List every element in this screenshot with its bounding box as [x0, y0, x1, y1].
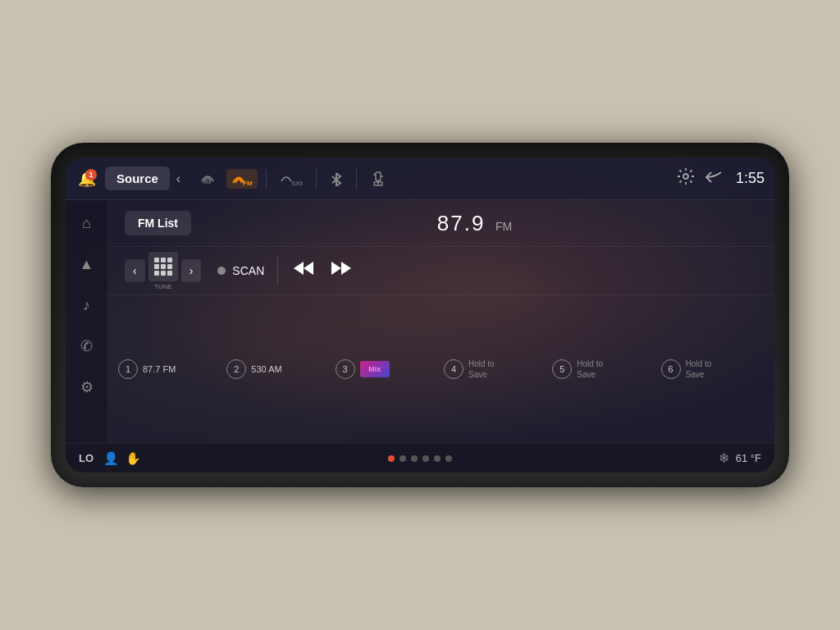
sidebar-icon-settings[interactable]: ⚙	[74, 374, 100, 400]
sidebar-icon-nav[interactable]: ▲	[74, 251, 100, 277]
page-dots	[388, 455, 452, 462]
clock-display: 1:55	[736, 170, 765, 187]
preset-1-label: 87.7 FM	[143, 364, 176, 374]
preset-5-number: 5	[552, 359, 572, 379]
preset-6[interactable]: 6 Hold toSave	[661, 358, 765, 380]
preset-1-number: 1	[118, 359, 138, 379]
controls-row: ‹ TUNE ›	[108, 246, 774, 295]
preset-2-number: 2	[226, 359, 246, 379]
sxm-source-icon[interactable]: SXM	[275, 169, 308, 189]
temperature-value: 61 °F	[736, 452, 761, 464]
preset-4-number: 4	[444, 359, 463, 379]
tune-label: TUNE	[154, 283, 172, 290]
fm-list-button[interactable]: FM List	[125, 211, 191, 235]
tune-grid-button[interactable]	[148, 252, 178, 281]
preset-3[interactable]: 3 Mix	[336, 359, 439, 379]
usb-icon[interactable]	[365, 169, 391, 189]
preset-3-logo: Mix	[360, 361, 390, 377]
vent-icon: ❄	[719, 450, 729, 466]
scan-button[interactable]: SCAN	[232, 264, 264, 277]
preset-5-label: Hold toSave	[577, 358, 603, 380]
rewind-button[interactable]	[291, 260, 316, 281]
preset-6-number: 6	[661, 359, 681, 379]
sidebar-icon-music[interactable]: ♪	[74, 292, 100, 318]
station-info: 87.9 FM	[191, 211, 758, 236]
page-dot-6[interactable]	[445, 455, 452, 462]
main-top-row: FM List 87.9 FM	[108, 200, 774, 246]
tune-next-button[interactable]: ›	[181, 259, 202, 282]
bluetooth-icon[interactable]	[325, 169, 348, 189]
car-display-surround: 🔔 1 Source ‹ AM	[51, 143, 789, 487]
svg-marker-11	[331, 262, 341, 275]
station-band: FM	[495, 220, 512, 233]
page-dot-5[interactable]	[434, 455, 441, 462]
presets-row: 1 87.7 FM 2 530 AM 3 Mix 4	[108, 295, 774, 443]
main-content: FM List 87.9 FM ‹	[108, 200, 774, 443]
playback-controls	[291, 260, 354, 281]
top-bar: 🔔 1 Source ‹ AM	[66, 158, 774, 200]
station-frequency: 87.9	[437, 211, 486, 235]
back-icon[interactable]	[698, 167, 729, 190]
temperature-display: ❄ 61 °F	[719, 450, 761, 466]
sidebar-icon-phone[interactable]: ✆	[74, 333, 100, 359]
preset-2-label: 530 AM	[251, 364, 281, 374]
svg-text:AM: AM	[203, 179, 212, 185]
preset-1[interactable]: 1 87.7 FM	[118, 359, 221, 379]
media-divider-3	[356, 169, 357, 189]
notification-badge: 1	[85, 169, 97, 180]
svg-marker-12	[341, 262, 351, 275]
page-dot-1[interactable]	[388, 455, 395, 462]
status-bar: LO 👤 ✋ ❄ 61 °F	[66, 443, 774, 472]
svg-point-8	[683, 174, 688, 179]
svg-text:FM: FM	[243, 180, 253, 186]
status-icons: 👤 ✋	[103, 451, 141, 466]
person-icon: 👤	[103, 451, 119, 466]
controls-divider	[277, 256, 278, 285]
page-dot-4[interactable]	[422, 455, 429, 462]
sidebar-icon-home[interactable]: ⌂	[74, 210, 100, 236]
source-button[interactable]: Source	[105, 167, 170, 190]
source-chevron-left[interactable]: ‹	[170, 168, 187, 189]
page-dot-2[interactable]	[399, 455, 406, 462]
settings-icon[interactable]	[673, 164, 698, 193]
fast-forward-button[interactable]	[329, 260, 354, 281]
tune-controls: ‹ TUNE ›	[125, 252, 201, 290]
page-dot-3[interactable]	[411, 455, 418, 462]
infotainment-screen: 🔔 1 Source ‹ AM	[66, 158, 774, 472]
media-source-icons: AM FM SXM	[194, 167, 391, 189]
preset-4[interactable]: 4 Hold toSave	[444, 358, 547, 380]
grid-icon	[154, 258, 172, 276]
sidebar: ⌂ ▲ ♪ ✆ ⚙	[66, 200, 108, 443]
svg-marker-9	[294, 262, 304, 275]
lo-status: LO	[79, 452, 94, 464]
media-divider-1	[266, 169, 267, 189]
preset-3-number: 3	[336, 359, 355, 379]
preset-4-label: Hold toSave	[468, 358, 495, 380]
am-source-icon[interactable]: AM	[194, 167, 221, 189]
svg-rect-3	[376, 172, 381, 180]
hand-icon: ✋	[126, 451, 141, 466]
notification-bell[interactable]: 🔔 1	[75, 167, 98, 190]
scan-dot	[217, 267, 226, 275]
preset-6-label: Hold toSave	[686, 358, 712, 380]
preset-5[interactable]: 5 Hold toSave	[552, 358, 655, 380]
svg-marker-10	[304, 262, 313, 275]
tune-prev-button[interactable]: ‹	[125, 259, 145, 282]
content-area: ⌂ ▲ ♪ ✆ ⚙ FM List 87.9 FM	[66, 200, 774, 443]
fm-source-icon[interactable]: FM	[226, 169, 258, 189]
scan-area: SCAN	[217, 264, 264, 277]
media-divider-2	[316, 169, 317, 189]
svg-text:SXM: SXM	[291, 180, 303, 186]
preset-2[interactable]: 2 530 AM	[226, 359, 330, 379]
